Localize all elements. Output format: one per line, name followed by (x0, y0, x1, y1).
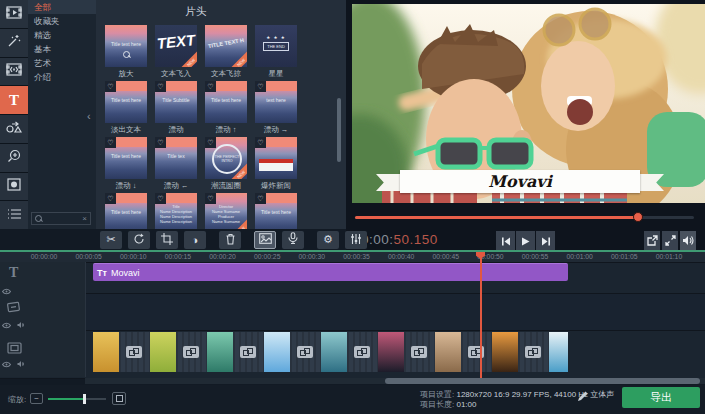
category-item[interactable]: 艺术 (28, 56, 96, 70)
linked-track-lane[interactable] (0, 293, 705, 331)
next-frame-button[interactable] (536, 231, 555, 250)
template-item[interactable]: ♡Title text here (255, 193, 297, 229)
title-track-visibility-icon[interactable] (2, 281, 11, 299)
playhead-line[interactable] (480, 252, 482, 378)
more-tools-button[interactable] (0, 201, 28, 229)
favorite-heart-icon[interactable]: ♡ (105, 81, 116, 92)
template-item[interactable]: ♡Title tex漂动 ← (155, 137, 197, 193)
seek-bar-handle[interactable] (633, 212, 643, 222)
transition-icon[interactable] (126, 346, 142, 358)
template-item[interactable]: ♡text here漂动 → (255, 81, 297, 137)
favorite-heart-icon[interactable]: ♡ (155, 81, 166, 92)
filters-tool-button[interactable] (0, 29, 28, 57)
favorite-heart-icon[interactable]: ♡ (205, 137, 216, 148)
template-item[interactable]: ♡Title text here淡出文本 (105, 81, 147, 137)
video-clip-thumbnail[interactable] (150, 332, 176, 372)
transitions-tool-button[interactable] (0, 58, 28, 86)
pan-zoom-tool-button[interactable] (0, 144, 28, 172)
collapse-sidebar-chevron-icon[interactable]: ‹ (87, 110, 91, 122)
template-item[interactable]: ♡爆炸新闻 (255, 137, 297, 193)
video-clip-thumbnail[interactable] (93, 332, 119, 372)
favorite-heart-icon[interactable]: ♡ (155, 137, 166, 148)
timeline-title-clip[interactable]: Tᴛ Movavi (93, 263, 568, 281)
video-clip-body[interactable] (233, 332, 264, 372)
video-clip-thumbnail[interactable] (435, 332, 461, 372)
transition-icon[interactable] (354, 346, 370, 358)
video-clip-thumbnail[interactable] (264, 332, 290, 372)
media-tool-button[interactable] (0, 0, 28, 28)
video-clip-body[interactable] (518, 332, 549, 372)
template-item[interactable]: Title text here放大 (105, 25, 147, 81)
video-clip-body[interactable] (461, 332, 492, 372)
template-item[interactable]: ♡Title text here漂动 ↓ (105, 137, 147, 193)
crop-button[interactable] (156, 231, 178, 249)
prev-frame-button[interactable] (496, 231, 515, 250)
transition-icon[interactable] (525, 346, 541, 358)
template-item[interactable]: TEXTNEW文本飞入 (155, 25, 197, 81)
video-clip-thumbnail[interactable] (549, 332, 568, 372)
template-item[interactable]: TITLE TEXT HNEW文本飞掠 (205, 25, 247, 81)
play-button[interactable] (516, 231, 535, 250)
titles-tool-button[interactable]: T (0, 86, 28, 114)
split-button[interactable]: ✂ (100, 231, 122, 249)
category-item[interactable]: 介绍 (28, 70, 96, 84)
share-button[interactable] (644, 231, 660, 250)
category-item[interactable]: 收藏夹 (28, 14, 96, 28)
favorite-heart-icon[interactable]: ♡ (105, 193, 116, 204)
transition-icon[interactable] (297, 346, 313, 358)
zoom-out-button[interactable]: − (30, 393, 43, 404)
video-clip-body[interactable] (347, 332, 378, 372)
export-button[interactable]: 导出 (622, 387, 700, 408)
transition-icon[interactable] (411, 346, 427, 358)
favorite-heart-icon[interactable]: ♡ (205, 193, 216, 204)
template-item[interactable]: ♡Title Subtitle漂动 (155, 81, 197, 137)
volume-button[interactable] (680, 231, 696, 250)
video-clip-thumbnail[interactable] (207, 332, 233, 372)
favorite-heart-icon[interactable]: ♡ (255, 81, 266, 92)
template-item[interactable]: ♡Director Name Surname Producer Name Sur… (205, 193, 247, 229)
video-clip-thumbnail[interactable] (321, 332, 347, 372)
favorite-heart-icon[interactable]: ♡ (205, 81, 216, 92)
image-button[interactable] (254, 231, 276, 249)
callouts-tool-button[interactable] (0, 115, 28, 143)
template-item[interactable]: ♡Title text here (105, 193, 147, 229)
favorite-heart-icon[interactable]: ♡ (155, 193, 166, 204)
animation-tool-button[interactable] (0, 173, 28, 201)
favorite-heart-icon[interactable]: ♡ (255, 193, 266, 204)
favorite-heart-icon[interactable]: ♡ (105, 137, 116, 148)
library-search-bar[interactable]: × (31, 212, 91, 225)
transition-icon[interactable] (468, 346, 484, 358)
video-track-visibility-icon[interactable] (2, 354, 11, 372)
audio-properties-button[interactable] (345, 231, 367, 249)
template-item[interactable]: ♡THE PERFECT INTRONEW潮流圆圈 (205, 137, 247, 193)
category-item[interactable]: 精选 (28, 28, 96, 42)
fullscreen-button[interactable] (662, 231, 678, 250)
color-adjust-button[interactable]: ◑ (184, 231, 206, 249)
category-item[interactable]: 全部 (28, 0, 96, 14)
video-clip-body[interactable] (176, 332, 207, 372)
timeline-video-clips[interactable] (93, 332, 568, 372)
linked-track-mute-icon[interactable] (17, 315, 25, 333)
template-item[interactable]: ★ ★ ★THE END星星 (255, 25, 297, 81)
linked-track-visibility-icon[interactable] (2, 315, 11, 333)
video-clip-body[interactable] (119, 332, 150, 372)
transition-icon[interactable] (240, 346, 256, 358)
zoom-slider-handle[interactable] (83, 394, 86, 404)
zoom-fit-button[interactable] (112, 392, 126, 405)
delete-button[interactable] (219, 231, 241, 249)
video-clip-body[interactable] (404, 332, 435, 372)
record-audio-button[interactable] (282, 231, 304, 249)
timeline-hscrollbar-thumb[interactable] (385, 378, 700, 384)
preview-video-frame[interactable]: Movavi (352, 4, 705, 203)
favorite-heart-icon[interactable]: ♡ (255, 137, 266, 148)
clear-search-icon[interactable]: × (82, 215, 87, 223)
edit-project-settings-button[interactable] (577, 388, 589, 399)
clip-settings-button[interactable]: ⚙ (317, 231, 339, 249)
transition-icon[interactable] (183, 346, 199, 358)
template-item[interactable]: ♡Title Name Description Name Description… (155, 193, 197, 229)
video-clip-thumbnail[interactable] (492, 332, 518, 372)
library-scrollbar[interactable] (337, 98, 341, 162)
template-item[interactable]: ♡Title text here漂动 ↑ (205, 81, 247, 137)
video-track-mute-icon[interactable] (17, 354, 25, 372)
video-clip-body[interactable] (290, 332, 321, 372)
